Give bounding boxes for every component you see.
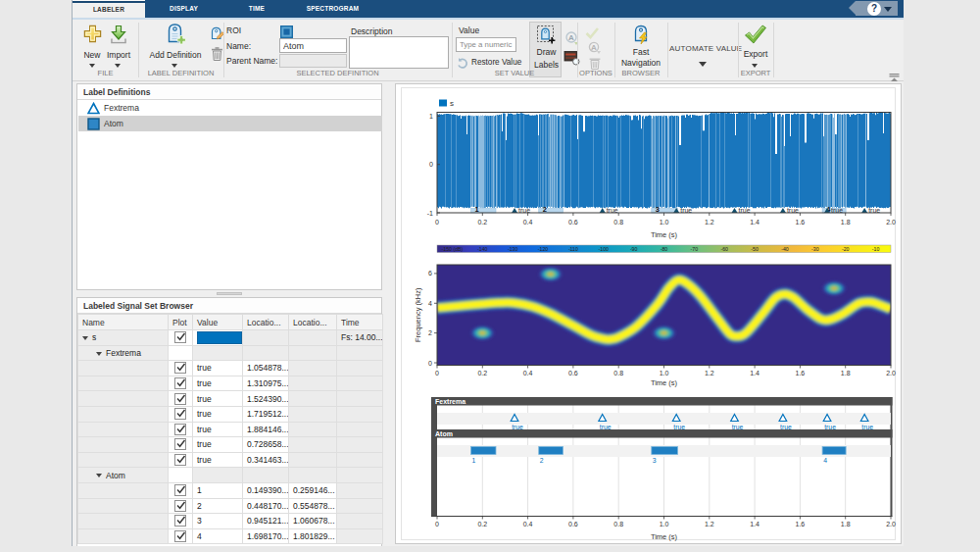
spectrogram-plot[interactable]: -150 (dB)-140-130-120-110-100-90-80-70-6… [396, 241, 901, 388]
description-field[interactable] [349, 36, 449, 69]
help-icon[interactable]: ? [867, 2, 881, 16]
new-icon[interactable] [82, 24, 103, 48]
tab-labeler[interactable]: LABELER [73, 1, 145, 18]
fast-navigation-label-1[interactable]: Fast [627, 47, 655, 57]
table-row[interactable]: true0.728658... [78, 437, 383, 453]
plot-text-label: 0 [428, 360, 432, 367]
export-dropdown-icon[interactable] [752, 64, 758, 68]
atom-region-bar[interactable] [471, 447, 496, 455]
name-field[interactable] [279, 38, 347, 53]
table-cell [289, 345, 337, 361]
table-cell [243, 330, 289, 346]
tree-expander-icon[interactable] [96, 474, 102, 477]
label-definition-item-atom[interactable]: Atom [78, 116, 382, 131]
tab-time[interactable]: TIME [220, 0, 293, 18]
plot-checkbox[interactable] [174, 500, 186, 512]
table-row[interactable]: Atom [78, 468, 383, 483]
label-viewer-plot[interactable]: FextrematruetruetruetruetruetruetrueAtom… [396, 388, 901, 543]
tab-display[interactable]: DISPLAY [147, 0, 220, 18]
export-button[interactable]: Export [743, 49, 768, 59]
table-row[interactable]: true1.310975... [78, 376, 383, 391]
table-cell [193, 345, 243, 361]
plot-checkbox[interactable] [174, 530, 186, 542]
column-header[interactable]: Plot [169, 315, 193, 330]
help-dropdown-icon[interactable] [884, 7, 892, 12]
add-definition-icon[interactable] [164, 22, 188, 50]
table-cell [337, 391, 383, 407]
atom-region-bar[interactable] [652, 447, 678, 455]
table-row[interactable]: 41.698170...1.801829... [78, 528, 383, 544]
plot-checkbox[interactable] [174, 515, 186, 527]
location1-cell: 0.945121... [243, 514, 289, 529]
automate-value-gallery[interactable]: AUTOMATE VALUE [669, 44, 738, 53]
table-row[interactable]: true1.524390... [78, 391, 383, 407]
plot-text-label: true [868, 207, 880, 214]
table-row[interactable]: 30.945121...1.060678... [78, 514, 383, 529]
plot-text-label: 3 [653, 457, 657, 464]
plot-checkbox[interactable] [174, 362, 186, 374]
tab-spectrogram[interactable]: SPECTROGRAM [293, 0, 372, 18]
table-row[interactable]: 10.149390...0.259146... [78, 482, 383, 498]
plot-checkbox[interactable] [174, 377, 186, 389]
label-definition-item-fextrema[interactable]: Fextrema [78, 100, 382, 116]
panel-splitter[interactable] [76, 290, 382, 297]
plot-checkbox[interactable] [174, 393, 186, 405]
plot-checkbox[interactable] [174, 331, 186, 343]
column-header[interactable]: Name [78, 315, 169, 330]
plot-checkbox[interactable] [174, 484, 186, 496]
plot-checkbox[interactable] [174, 424, 186, 435]
atom-region-bar[interactable] [539, 447, 564, 455]
column-header[interactable]: Locatio... [289, 315, 337, 330]
band-header-atom[interactable] [431, 429, 893, 438]
location2-cell: 0.259146... [289, 482, 337, 498]
table-row[interactable]: Fextrema [78, 345, 383, 361]
path-element [597, 51, 601, 54]
import-button[interactable]: Import [105, 50, 132, 60]
plot-text-label: -20 [842, 246, 850, 252]
tree-expander-icon[interactable] [96, 352, 102, 356]
column-header[interactable]: Value [193, 315, 243, 330]
fast-navigation-icon[interactable] [631, 24, 651, 49]
import-icon[interactable] [108, 24, 129, 49]
add-definition-button[interactable]: Add Definition [148, 50, 203, 60]
plot-text-label: -50 [751, 246, 759, 252]
table-row[interactable]: 20.448170...0.554878... [78, 498, 383, 514]
help-button[interactable]: ? [856, 1, 898, 16]
table-cell [337, 498, 383, 514]
location1-cell: 0.448170... [243, 498, 289, 514]
label-definition-name: Atom [104, 119, 123, 128]
svg-element [174, 514, 187, 527]
splitter-grip[interactable] [217, 292, 242, 295]
automate-value-dropdown-icon[interactable] [699, 62, 707, 67]
fast-navigation-label-2[interactable]: Navigation [615, 58, 666, 68]
delete-definition-icon[interactable] [210, 46, 224, 67]
label-definition-section-label: LABEL DEFINITION [138, 69, 223, 78]
export-icon[interactable] [743, 24, 767, 50]
new-button[interactable]: New [80, 50, 104, 60]
plot-text-label: 0.4 [523, 370, 533, 376]
svg-element [536, 25, 558, 46]
plot-checkbox[interactable] [174, 454, 186, 466]
plot-text-label: 1.4 [750, 370, 760, 376]
column-header[interactable]: Locatio... [243, 315, 289, 330]
table-row[interactable]: true1.719512... [78, 406, 383, 422]
plot-text-label: 0.8 [613, 370, 623, 376]
table-row[interactable]: sFs: 14.00... [78, 330, 383, 346]
value-cell: true [193, 437, 243, 453]
table-row[interactable]: true1.054878... [78, 361, 383, 376]
new-dropdown-icon[interactable] [89, 64, 95, 68]
plot-checkbox[interactable] [174, 408, 186, 420]
add-definition-dropdown-icon[interactable] [172, 64, 177, 68]
atom-region-bar[interactable] [822, 447, 846, 455]
plot-checkbox[interactable] [174, 438, 186, 450]
signal-plot[interactable]: s1234truetruetruetruetruetruetrue-10100.… [396, 84, 901, 241]
value-field[interactable] [456, 37, 516, 52]
table-row[interactable]: true0.341463... [78, 452, 383, 468]
tree-expander-icon[interactable] [82, 336, 88, 340]
plot-display-panel: s1234truetruetruetruetruetruetrue-10100.… [395, 83, 902, 544]
band-header-fextrema[interactable] [431, 397, 893, 406]
import-dropdown-icon[interactable] [115, 64, 121, 68]
table-row[interactable]: true1.884146... [78, 422, 383, 437]
svg-element [82, 24, 103, 44]
column-header[interactable]: Time [337, 315, 383, 330]
